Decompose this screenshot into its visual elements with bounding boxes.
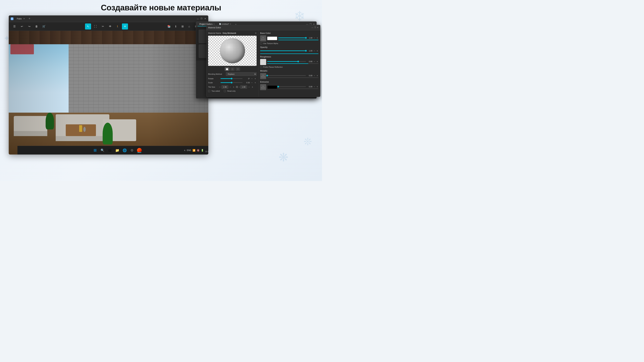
mat-editor-maximize[interactable]: ❐ bbox=[314, 26, 316, 29]
sound-icon: 🔇 bbox=[197, 149, 200, 152]
redo-button[interactable]: ↪ bbox=[26, 23, 32, 29]
tile-y-decrement[interactable]: − bbox=[248, 86, 250, 88]
material-editor-left-panel: Material Name Grey Brickwork ✕ ⬤ ◻ ⬡ Ble… bbox=[206, 30, 258, 97]
rotate-decrement[interactable]: − bbox=[250, 77, 253, 80]
maximize-button[interactable]: ❐ bbox=[200, 17, 202, 20]
panel-button[interactable]: ⊞ bbox=[180, 23, 186, 29]
app-icon bbox=[11, 17, 14, 20]
roughness-increment[interactable]: + bbox=[316, 60, 318, 63]
language-indicator[interactable]: ENG bbox=[187, 149, 191, 151]
emissive-decrement[interactable]: − bbox=[313, 85, 316, 88]
preview-tab-sphere[interactable]: ⬤ bbox=[225, 67, 230, 71]
settings-button[interactable]: ⚙ bbox=[129, 147, 135, 153]
base-color-increment[interactable]: + bbox=[316, 36, 318, 39]
material-name-value[interactable]: Grey Brickwork bbox=[222, 32, 236, 34]
mat-editor-minimize[interactable]: — bbox=[312, 26, 313, 29]
tab-add-button[interactable]: + bbox=[28, 17, 32, 21]
material-sphere bbox=[220, 38, 245, 63]
opacity-slider-thumb[interactable] bbox=[305, 50, 307, 52]
search-taskbar-button[interactable]: 🔍 bbox=[100, 147, 106, 153]
metallic-slider[interactable] bbox=[267, 75, 306, 76]
mat-editor-close[interactable]: ✕ bbox=[317, 26, 318, 29]
emissive-texture-box[interactable]: NoTexture bbox=[260, 84, 266, 90]
opacity-increment[interactable]: + bbox=[316, 49, 318, 52]
base-color-slider-thumb[interactable] bbox=[305, 37, 307, 39]
emissive-title: Emissive bbox=[260, 81, 318, 83]
material-editor-titlebar: Material Editor — ❐ ✕ bbox=[206, 25, 320, 30]
scale-decrement[interactable]: − bbox=[250, 81, 253, 84]
material-name-close-icon[interactable]: ✕ bbox=[255, 32, 256, 34]
tile-y-increment[interactable]: + bbox=[251, 86, 254, 88]
delete-button[interactable]: 🗑 bbox=[34, 23, 40, 29]
material-editor-buttons: OK Cancel bbox=[206, 97, 320, 97]
emissive-slider-thumb[interactable] bbox=[278, 86, 279, 87]
tab-close-icon[interactable]: ✕ bbox=[23, 17, 26, 20]
taskbar: ⊞ 🔍 🗂 📁 🌐 ⚙ ∧ ENG 📶 🔇 🔋 09:41 10.10.2023 bbox=[18, 146, 208, 155]
scale-slider-thumb[interactable] bbox=[231, 82, 232, 83]
metallic-slider-thumb[interactable] bbox=[266, 75, 268, 76]
material-name-row: Material Name Grey Brickwork ✕ bbox=[208, 32, 256, 34]
close-button[interactable]: ✕ bbox=[204, 17, 206, 20]
metallic-texture-box[interactable]: NoTexture bbox=[260, 73, 266, 79]
preview-tab-plane[interactable]: ◻ bbox=[230, 67, 235, 71]
info-button[interactable]: ℹ bbox=[173, 23, 179, 29]
emissive-color-swatch[interactable] bbox=[267, 85, 277, 89]
blending-select[interactable]: Replace bbox=[226, 72, 256, 76]
scissors-tool-button[interactable]: ✂ bbox=[100, 23, 106, 29]
system-tray-expand[interactable]: ∧ bbox=[184, 149, 186, 151]
explorer-button[interactable]: 📁 bbox=[114, 147, 120, 153]
base-color-swatch[interactable] bbox=[267, 36, 277, 40]
tile-x-decrement[interactable]: − bbox=[229, 86, 232, 88]
menu-button[interactable]: ☰ bbox=[12, 23, 18, 29]
read-only-checkbox[interactable] bbox=[224, 90, 226, 92]
tile-x-increment[interactable]: + bbox=[232, 86, 235, 88]
emissive-slider[interactable] bbox=[278, 86, 306, 87]
select-icon: ↖ bbox=[87, 25, 90, 28]
roughness-bar bbox=[267, 63, 318, 64]
base-texture-box[interactable]: NoTexture bbox=[260, 35, 266, 41]
tile-x-input[interactable] bbox=[222, 85, 228, 89]
roughness-slider-thumb[interactable] bbox=[297, 61, 299, 62]
metallic-decrement[interactable]: − bbox=[313, 74, 316, 77]
eye-tool-button[interactable]: 👁 bbox=[107, 23, 113, 29]
time-display: 09:41 bbox=[205, 148, 208, 150]
chrome-button[interactable]: 🌐 bbox=[122, 147, 128, 153]
app-tab-patio[interactable]: Patio ✕ bbox=[15, 17, 28, 21]
rotate-slider[interactable] bbox=[220, 78, 242, 79]
rotate-slider-thumb[interactable] bbox=[231, 78, 232, 79]
start-button[interactable]: ⊞ bbox=[92, 147, 98, 153]
cart-button[interactable]: 🛒 bbox=[41, 23, 47, 29]
metallic-value: 0.00 bbox=[306, 75, 312, 77]
undo-button[interactable]: ↩ bbox=[19, 23, 25, 29]
emissive-increment[interactable]: + bbox=[316, 85, 318, 88]
opacity-slider[interactable] bbox=[260, 50, 306, 51]
use-alpha-checkbox[interactable] bbox=[260, 42, 262, 44]
select-tool-button[interactable]: ↖ bbox=[85, 23, 91, 29]
library-button[interactable]: 📚 bbox=[166, 23, 172, 29]
opacity-decrement[interactable]: − bbox=[313, 49, 316, 52]
two-sided-checkbox[interactable] bbox=[208, 90, 210, 92]
tile-y-input[interactable] bbox=[240, 85, 247, 89]
viewport[interactable] bbox=[9, 31, 208, 155]
preview-tab-box[interactable]: ⬡ bbox=[236, 67, 240, 71]
rotate-increment[interactable]: + bbox=[254, 77, 256, 80]
scale-slider[interactable] bbox=[220, 82, 242, 83]
emissive-value: 0.00 bbox=[306, 86, 312, 88]
files-button[interactable]: 🗂 bbox=[107, 147, 113, 153]
minimize-button[interactable]: — bbox=[196, 17, 199, 20]
roughness-decrement[interactable]: − bbox=[313, 60, 316, 63]
material-properties-panel: Base Color NoTexture 1.00 − bbox=[258, 30, 320, 97]
metallic-increment[interactable]: + bbox=[316, 74, 318, 77]
app-icon-taskbar[interactable] bbox=[136, 147, 142, 153]
sun-tool-button[interactable]: ☀ bbox=[122, 23, 128, 29]
roughness-slider[interactable] bbox=[267, 61, 306, 62]
prefer-planar-checkbox[interactable] bbox=[260, 66, 262, 68]
base-color-decrement[interactable]: − bbox=[313, 36, 316, 39]
scale-increment[interactable]: + bbox=[254, 81, 256, 84]
figure-tool-button[interactable]: 🚶 bbox=[114, 23, 120, 29]
people-tool-button[interactable]: ⛶ bbox=[92, 23, 98, 29]
roughness-texture-box[interactable] bbox=[260, 59, 266, 65]
base-color-value: 1.00 bbox=[306, 37, 312, 39]
base-color-slider[interactable] bbox=[278, 37, 306, 38]
house-button[interactable]: ⌂ bbox=[186, 23, 192, 29]
